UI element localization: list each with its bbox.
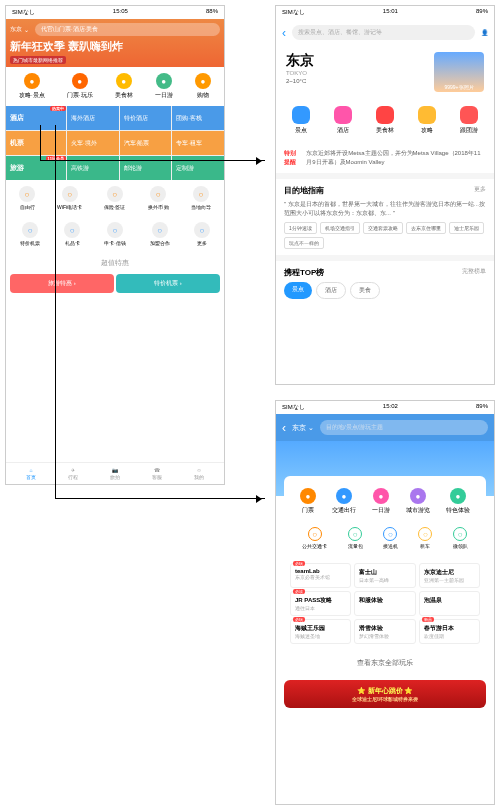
guide-tag[interactable]: 玩点不一样的: [284, 237, 324, 249]
deal-tab[interactable]: 旅游特惠 ›: [10, 274, 114, 293]
nav-icon: ☺: [196, 467, 201, 473]
guide-tag[interactable]: 机场交通指引: [320, 222, 360, 234]
cat-美食林[interactable]: 美食林: [376, 106, 394, 135]
guide-tag[interactable]: 迪士尼乐园: [449, 222, 484, 234]
svc-item[interactable]: ○礼品卡: [64, 222, 80, 246]
svc-公共交通卡[interactable]: ○公共交通卡: [302, 527, 327, 549]
nav-我的[interactable]: ☺我的: [194, 467, 204, 480]
cat-城市游览[interactable]: ●城市游览: [406, 488, 430, 515]
search-input[interactable]: 代官山门票·酒店·美食: [35, 23, 220, 36]
cat-美食林[interactable]: ●美食林: [115, 73, 133, 100]
banner-title[interactable]: 新年狂欢季 轰趴嗨到炸: [10, 39, 220, 54]
cat-icon: ●: [195, 73, 211, 89]
view-all-button[interactable]: 查看东京全部玩乐: [276, 650, 494, 676]
cat-酒店[interactable]: 酒店: [334, 106, 352, 135]
poi-card[interactable]: 泡温泉: [419, 591, 480, 616]
cat-icon: [460, 106, 478, 124]
cat-攻略·景点[interactable]: ●攻略·景点: [19, 73, 45, 100]
grid-item[interactable]: 专车·租车: [172, 131, 224, 155]
cat-一日游[interactable]: ●一日游: [155, 73, 173, 100]
grid-item[interactable]: 团购·客栈: [172, 106, 224, 130]
svc-item[interactable]: ○申卡·借钱: [104, 222, 125, 246]
cat-icon: ●: [373, 488, 389, 504]
back-icon[interactable]: ‹: [282, 421, 286, 435]
guide-tag[interactable]: 1分钟速读: [284, 222, 317, 234]
svc-item[interactable]: ○WiFi电话卡: [57, 186, 82, 210]
svc-item[interactable]: ○保险·签证: [104, 186, 125, 210]
rank-tab[interactable]: 酒店: [316, 282, 346, 299]
grid-item[interactable]: 汽车·船票: [120, 131, 172, 155]
cat-icon: ●: [156, 73, 172, 89]
guide-more[interactable]: 更多: [474, 185, 486, 196]
nav-icon: 📷: [112, 467, 118, 473]
svc-item[interactable]: ○换外币 购: [148, 186, 169, 210]
guide-tag[interactable]: 交通套票攻略: [363, 222, 403, 234]
nav-行程[interactable]: ✈行程: [68, 467, 78, 480]
poi-card[interactable]: 和服体验: [354, 591, 415, 616]
cat-特色体验[interactable]: ●特色体验: [446, 488, 470, 515]
rank-tab[interactable]: 景点: [284, 282, 312, 299]
promo-banner[interactable]: ⭐ 新年心跳价 ⭐全球迪士尼/环球影城特券来袭: [284, 680, 486, 708]
deal-tab[interactable]: 特价机票 ›: [116, 274, 220, 293]
city-en: TOKYO: [286, 70, 426, 76]
poi-card[interactable]: 滑雪体验梦幻滑雪体验: [354, 619, 415, 644]
svc-流量包[interactable]: ○流量包: [348, 527, 363, 549]
cat-一日游[interactable]: ●一日游: [372, 488, 390, 515]
rank-title: 携程TOP榜: [284, 267, 324, 278]
rank-tab[interactable]: 美食: [350, 282, 380, 299]
alert-text[interactable]: 东京近郊将开设Metsa主题公园，并分为Metsa Village（2018年1…: [306, 149, 486, 167]
alert-label: 特别 提醒: [284, 149, 302, 167]
nav-首页[interactable]: ⌂首页: [26, 467, 36, 480]
location-picker[interactable]: 东京 ⌄: [292, 423, 314, 433]
guide-tag[interactable]: 去东京住哪里: [406, 222, 446, 234]
svc-item[interactable]: ○更多: [194, 222, 210, 246]
temperature[interactable]: 2~10°C: [286, 78, 426, 84]
cat-门票[interactable]: ●门票: [300, 488, 316, 515]
guide-desc[interactable]: " 东京是日本的首都，世界第一大城市，往往作为游客游览日本的第一站...按范围大…: [284, 200, 486, 218]
deals-divider: 超值特惠: [6, 252, 224, 274]
nav-旅拍[interactable]: 📷旅拍: [110, 467, 120, 480]
nav-客服[interactable]: ☎客服: [152, 467, 162, 480]
grid-item[interactable]: 火车·境外: [67, 131, 119, 155]
cat-门票·玩乐[interactable]: ●门票·玩乐: [67, 73, 93, 100]
cat-icon: ●: [336, 488, 352, 504]
svc-item[interactable]: ○加盟合作: [150, 222, 170, 246]
nav-icon: ⌂: [29, 467, 32, 473]
cat-景点[interactable]: 景点: [292, 106, 310, 135]
poi-card[interactable]: 必玩teamLab东京必看美术馆: [290, 563, 351, 588]
search-input[interactable]: 目的地/景点/游玩主题: [320, 420, 488, 435]
poi-card[interactable]: 东京迪士尼亚洲第一主题乐园: [419, 563, 480, 588]
cat-交通出行[interactable]: ●交通出行: [332, 488, 356, 515]
guide-title: 目的地指南: [284, 185, 324, 196]
search-input[interactable]: 搜索景点、酒店、餐馆、游记等: [292, 25, 475, 40]
carrier: SIMなし: [12, 8, 35, 17]
grid-item[interactable]: 特价酒店: [120, 106, 172, 130]
svc-接送机[interactable]: ○接送机: [383, 527, 398, 549]
svc-租车[interactable]: ○租车: [418, 527, 432, 549]
chevron-down-icon: ⌄: [24, 26, 29, 33]
cat-攻略[interactable]: 攻略: [418, 106, 436, 135]
badge: 必玩: [293, 617, 305, 622]
hero-photo[interactable]: 9999+张照片: [434, 52, 484, 92]
grid-item[interactable]: 海外酒店: [67, 106, 119, 130]
cat-icon: ●: [450, 488, 466, 504]
user-icon[interactable]: 👤: [481, 29, 488, 36]
cat-跟团游[interactable]: 跟团游: [460, 106, 478, 135]
cat-icon: [376, 106, 394, 124]
svc-微领队[interactable]: ○微领队: [453, 527, 468, 549]
grid-main[interactable]: 酒店热卖中: [6, 106, 66, 130]
poi-card[interactable]: 富士山日本第一高峰: [354, 563, 415, 588]
poi-card[interactable]: 新品春节游日本欢度佳期: [419, 619, 480, 644]
back-icon[interactable]: ‹: [282, 26, 286, 40]
cat-icon: ●: [72, 73, 88, 89]
svc-item[interactable]: ○自由行: [19, 186, 35, 210]
badge: 必读: [293, 589, 305, 594]
grid-main[interactable]: 机票: [6, 131, 66, 155]
poi-card[interactable]: 必读JR PASS攻略通往日本: [290, 591, 351, 616]
rank-more[interactable]: 完整榜单: [462, 267, 486, 278]
location-picker[interactable]: 东京: [10, 25, 22, 34]
poi-card[interactable]: 必玩海贼王乐园海贼迷圣地: [290, 619, 351, 644]
svc-item[interactable]: ○当地向导: [191, 186, 211, 210]
cat-购物[interactable]: ●购物: [195, 73, 211, 100]
svc-item[interactable]: ○特价机票: [20, 222, 40, 246]
